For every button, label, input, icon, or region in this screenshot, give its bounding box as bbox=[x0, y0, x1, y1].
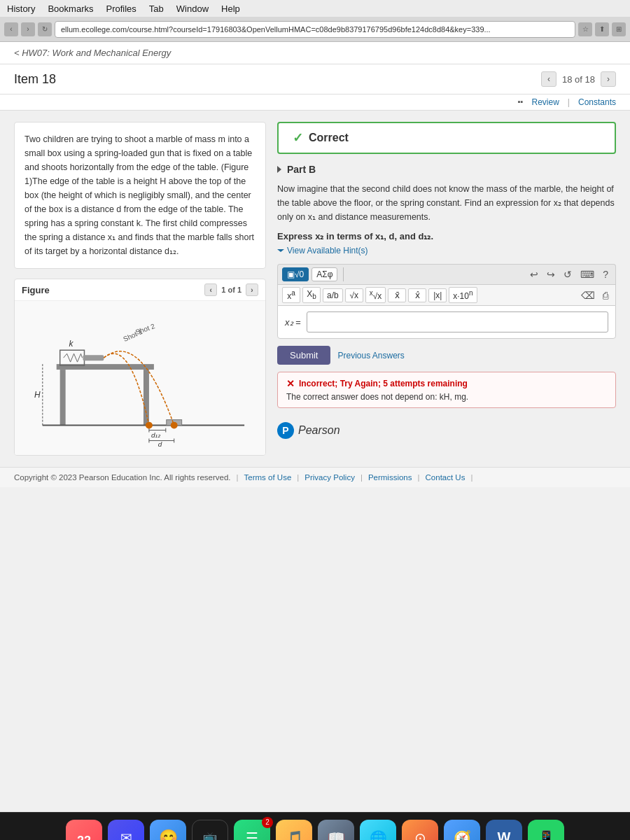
share-icon[interactable]: ⬆ bbox=[595, 22, 609, 36]
svg-text:H: H bbox=[34, 390, 41, 400]
fig-next[interactable]: › bbox=[246, 284, 258, 296]
fig-prev[interactable]: ‹ bbox=[204, 284, 217, 296]
figure-position: 1 of 1 bbox=[221, 286, 241, 294]
sci-notation-button[interactable]: x·10n bbox=[449, 287, 477, 303]
refresh-button[interactable]: ↺ bbox=[561, 267, 575, 281]
svg-line-5 bbox=[64, 354, 67, 358]
svg-line-7 bbox=[71, 354, 74, 362]
address-bar[interactable]: ellum.ecollege.com/course.html?courseId=… bbox=[55, 21, 575, 38]
dock-book[interactable]: 📖 bbox=[318, 820, 354, 841]
menu-bookmarks[interactable]: Bookmarks bbox=[48, 4, 93, 14]
figure-label: Figure bbox=[22, 285, 50, 295]
sqrt-button[interactable]: √x bbox=[345, 288, 363, 302]
menu-help[interactable]: Help bbox=[221, 4, 240, 14]
dock-finder[interactable]: 😊 bbox=[150, 820, 186, 841]
fraction-button[interactable]: a/b bbox=[323, 288, 343, 302]
pearson-name: Pearson bbox=[298, 424, 340, 437]
circle-icon: ⊙ bbox=[414, 830, 426, 841]
dock-word[interactable]: W bbox=[486, 820, 522, 841]
figure-svg: k H d₁₂ bbox=[22, 308, 258, 448]
svg-rect-12 bbox=[83, 355, 104, 360]
breadcrumb[interactable]: < HW07: Work and Mechanical Energy bbox=[14, 48, 616, 58]
dock-circle[interactable]: ⊙ bbox=[402, 820, 438, 841]
browser-toolbar: ‹ › ↻ ellum.ecollege.com/course.html?cou… bbox=[0, 17, 630, 42]
svg-text:Shot 2: Shot 2 bbox=[134, 322, 156, 336]
separator: | bbox=[568, 97, 570, 107]
dock-tv[interactable]: 📺 tv bbox=[192, 820, 228, 841]
dock-list[interactable]: ☰ 2 bbox=[234, 820, 270, 841]
contact-us-link[interactable]: Contact Us bbox=[426, 473, 465, 482]
submit-button[interactable]: Submit bbox=[277, 346, 330, 365]
svg-text:d: d bbox=[158, 440, 162, 448]
hat-button[interactable]: x̂ bbox=[408, 288, 426, 302]
prev-item-button[interactable]: ‹ bbox=[541, 71, 556, 87]
figure-nav: ‹ 1 of 1 › bbox=[204, 284, 258, 296]
mac-dock: 22 ✉ 😊 📺 tv ☰ 2 🎵 📖 🌐 ⊙ 🧭 W 📱 bbox=[0, 812, 630, 840]
dock-calendar[interactable]: 22 bbox=[66, 820, 102, 841]
collapse-icon[interactable] bbox=[277, 166, 281, 173]
back-button[interactable]: ‹ bbox=[4, 22, 18, 36]
svg-line-6 bbox=[67, 354, 71, 362]
keyboard-button[interactable]: ⌨ bbox=[578, 267, 597, 281]
part-b-section: Part B Now imagine that the second child… bbox=[277, 164, 616, 446]
page-content: < HW07: Work and Mechanical Energy Item … bbox=[0, 42, 630, 812]
help-button[interactable]: ? bbox=[600, 267, 611, 281]
part-b-header: Part B bbox=[277, 164, 616, 175]
svg-line-8 bbox=[74, 354, 78, 362]
constants-link[interactable]: Constants bbox=[578, 97, 616, 107]
dock-whatsapp[interactable]: 📱 bbox=[528, 820, 564, 841]
nth-root-button[interactable]: x√x bbox=[365, 287, 386, 303]
item-nav: ‹ 18 of 18 › bbox=[541, 71, 616, 87]
part-b-label: Part B bbox=[287, 164, 316, 175]
hint-link[interactable]: View Available Hint(s) bbox=[277, 246, 616, 255]
clear-button[interactable]: ⎙ bbox=[600, 288, 611, 302]
hint-text: View Available Hint(s) bbox=[287, 246, 368, 255]
privacy-link[interactable]: Privacy Policy bbox=[304, 473, 355, 482]
answer-input-area: x₂ = bbox=[277, 305, 616, 339]
part-b-description: Now imagine that the second child does n… bbox=[277, 182, 616, 224]
greek-button[interactable]: ΑΣφ bbox=[312, 267, 337, 281]
menu-tab[interactable]: Tab bbox=[149, 4, 164, 14]
terms-link[interactable]: Terms of Use bbox=[244, 473, 292, 482]
equation-label: x₂ = bbox=[285, 317, 301, 328]
feedback-box: ✕ Incorrect; Try Again; 5 attempts remai… bbox=[277, 372, 616, 408]
dock-safari[interactable]: 🧭 bbox=[444, 820, 480, 841]
problem-text: Two children are trying to shoot a marbl… bbox=[14, 122, 266, 269]
backspace-button[interactable]: ⌫ bbox=[578, 288, 598, 302]
forward-button[interactable]: › bbox=[21, 22, 35, 36]
svg-line-10 bbox=[81, 354, 83, 358]
bookmark-icon[interactable]: ☆ bbox=[578, 22, 592, 36]
grid-icon[interactable]: ⊞ bbox=[612, 22, 626, 36]
pearson-logo: P bbox=[277, 422, 294, 439]
matrix-button[interactable]: ▣√0 bbox=[282, 267, 309, 281]
toolbar-separator bbox=[343, 267, 344, 281]
item-title: Item 18 bbox=[14, 72, 56, 87]
subscript-button[interactable]: Xb bbox=[302, 287, 321, 302]
reload-button[interactable]: ↻ bbox=[38, 22, 52, 36]
power-button[interactable]: xa bbox=[282, 287, 300, 303]
review-link[interactable]: Review bbox=[531, 97, 559, 107]
redo-button[interactable]: ↪ bbox=[544, 267, 558, 281]
svg-rect-0 bbox=[57, 364, 154, 370]
menu-history[interactable]: History bbox=[7, 4, 35, 14]
menu-bar: History Bookmarks Profiles Tab Window He… bbox=[0, 0, 630, 17]
abs-button[interactable]: |x| bbox=[428, 288, 447, 302]
next-item-button[interactable]: › bbox=[601, 71, 616, 87]
figure-header: Figure ‹ 1 of 1 › bbox=[15, 279, 265, 301]
dock-mail[interactable]: ✉ bbox=[108, 820, 144, 841]
permissions-link[interactable]: Permissions bbox=[368, 473, 412, 482]
dock-translate[interactable]: 🌐 bbox=[360, 820, 396, 841]
item-position: 18 of 18 bbox=[562, 74, 595, 85]
previous-answers-link[interactable]: Previous Answers bbox=[337, 351, 404, 360]
undo-button[interactable]: ↩ bbox=[527, 267, 541, 281]
mail-icon: ✉ bbox=[120, 830, 132, 841]
badge-num: 2 bbox=[262, 817, 273, 828]
book-icon: 📖 bbox=[328, 830, 345, 841]
menu-profiles[interactable]: Profiles bbox=[106, 4, 136, 14]
svg-point-25 bbox=[171, 422, 178, 429]
mean-button[interactable]: x̄ bbox=[388, 288, 406, 302]
menu-window[interactable]: Window bbox=[176, 4, 209, 14]
right-column: ✓ Correct Part B Now imagine that the se… bbox=[277, 122, 616, 456]
dock-notes[interactable]: 🎵 bbox=[276, 820, 312, 841]
answer-input[interactable] bbox=[307, 312, 608, 332]
